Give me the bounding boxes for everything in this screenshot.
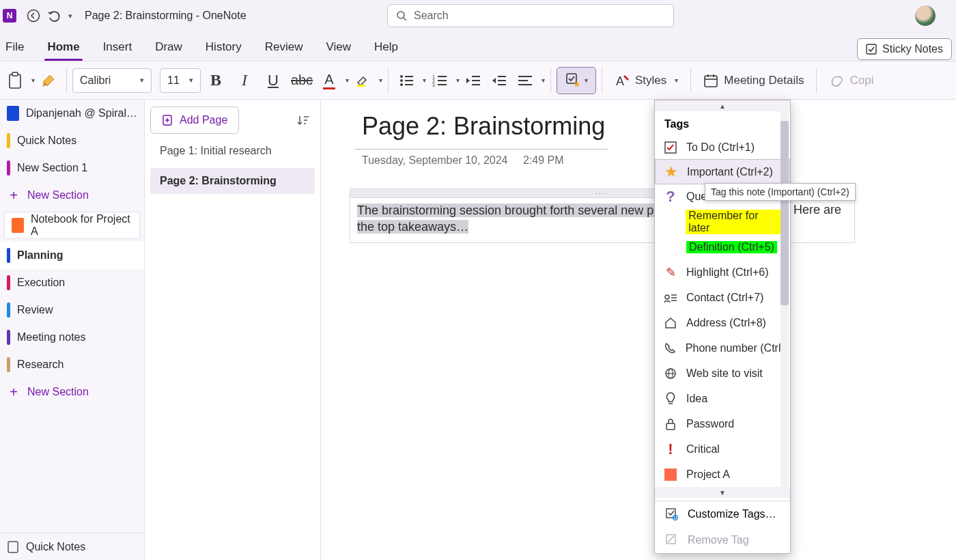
onenote-app-icon: N	[3, 9, 16, 23]
svg-text:A: A	[616, 74, 624, 88]
section-review[interactable]: Review	[0, 296, 144, 324]
sticky-notes-button[interactable]: Sticky Notes	[857, 38, 952, 60]
underline-button[interactable]: U	[259, 67, 287, 94]
add-page-button[interactable]: Add Page	[150, 107, 239, 134]
copilot-button[interactable]: Copi	[822, 67, 880, 94]
tags-gallery-button[interactable]: ▾	[557, 67, 596, 94]
menu-review[interactable]: Review	[262, 35, 306, 61]
font-color-dropdown[interactable]: ▾	[346, 76, 349, 84]
font-size-box[interactable]: 11▾	[160, 68, 201, 93]
tag-label: Contact (Ctrl+7)	[686, 292, 763, 304]
svg-point-7	[400, 75, 403, 78]
account-row[interactable]: Dipanjenah @ Spiral…	[0, 100, 144, 127]
search-box[interactable]: Search	[387, 4, 674, 27]
section-research[interactable]: Research	[0, 351, 144, 378]
page-title[interactable]: Page 2: Brainstorming	[362, 112, 605, 141]
sort-pages-button[interactable]	[292, 107, 315, 134]
customize-tags[interactable]: Customize Tags…	[655, 501, 790, 527]
page-item-initial-research[interactable]: Page 1: Initial research	[150, 138, 315, 164]
section-quick-notes[interactable]: Quick Notes	[0, 127, 144, 154]
tag-definition[interactable]: Definition (Ctrl+5)	[655, 234, 790, 260]
menu-draw[interactable]: Draw	[152, 35, 185, 61]
paste-dropdown[interactable]: ▾	[31, 76, 35, 84]
add-new-section-top[interactable]: +New Section	[0, 182, 144, 209]
svg-rect-34	[8, 542, 18, 552]
tag-contact[interactable]: Contact (Ctrl+7)	[655, 285, 790, 310]
menu-insert[interactable]: Insert	[100, 35, 135, 61]
numbering-button[interactable]: 123	[427, 67, 452, 94]
tag-remember[interactable]: Remember for later	[655, 209, 790, 234]
globe-icon	[663, 367, 678, 380]
styles-button[interactable]: A Styles▾	[608, 67, 685, 94]
align-dropdown[interactable]: ▾	[542, 76, 545, 84]
svg-rect-22	[498, 76, 506, 77]
tag-highlight[interactable]: ✎ Highlight (Ctrl+6)	[655, 260, 790, 285]
tag-label: Definition (Ctrl+5)	[686, 241, 777, 253]
numbering-dropdown[interactable]: ▾	[456, 76, 460, 84]
svg-rect-12	[405, 84, 413, 85]
svg-point-11	[400, 83, 403, 86]
tag-important[interactable]: ★ Important (Ctrl+2)	[655, 159, 790, 184]
paste-button[interactable]	[3, 67, 27, 94]
menu-file[interactable]: File	[3, 35, 27, 61]
add-new-section-bottom[interactable]: +New Section	[0, 378, 144, 406]
tag-todo[interactable]: To Do (Ctrl+1)	[655, 135, 790, 160]
sort-icon	[297, 114, 309, 126]
align-icon	[518, 74, 533, 87]
undo-button[interactable]	[44, 5, 64, 26]
font-family-value: Calibri	[80, 74, 111, 87]
tag-project-a[interactable]: Project A	[655, 462, 790, 487]
tag-label: Remember for later	[686, 210, 782, 234]
menu-home[interactable]: Home	[44, 35, 82, 61]
svg-rect-6	[357, 85, 365, 87]
user-avatar[interactable]	[915, 5, 936, 26]
bullets-dropdown[interactable]: ▾	[423, 76, 426, 84]
scrollbar-thumb[interactable]	[781, 121, 789, 305]
menu-history[interactable]: History	[203, 35, 244, 61]
indent-button[interactable]	[487, 67, 511, 94]
page-icon	[7, 540, 19, 554]
section-planning[interactable]: Planning	[0, 242, 144, 269]
scroll-down-arrow[interactable]: ▼	[655, 487, 790, 498]
qat-customize-caret[interactable]: ▾	[68, 12, 72, 20]
tag-label: Phone number (Ctrl+	[686, 342, 782, 354]
section-meeting-notes[interactable]: Meeting notes	[0, 324, 144, 351]
sticky-notes-label: Sticky Notes	[882, 43, 943, 55]
meeting-details-button[interactable]: Meeting Details	[697, 67, 811, 94]
tag-address[interactable]: Address (Ctrl+8)	[655, 310, 790, 335]
format-painter-button[interactable]	[36, 67, 61, 94]
strikethrough-button[interactable]: abc	[288, 67, 315, 94]
menu-help[interactable]: Help	[371, 35, 401, 61]
copilot-label: Copi	[849, 74, 873, 87]
bold-button[interactable]: B	[202, 67, 229, 94]
tag-critical[interactable]: ! Critical	[655, 436, 790, 462]
page-date: Tuesday, September 10, 2024	[362, 154, 507, 167]
section-new-section-1[interactable]: New Section 1	[0, 154, 144, 182]
menu-view[interactable]: View	[324, 35, 354, 61]
align-button[interactable]	[513, 67, 537, 94]
font-color-icon: A	[323, 72, 335, 89]
bullets-button[interactable]	[394, 67, 419, 94]
font-family-box[interactable]: Calibri▾	[72, 68, 152, 93]
quick-notes-bottom[interactable]: Quick Notes	[0, 533, 144, 560]
search-icon	[396, 10, 407, 21]
svg-rect-8	[405, 76, 413, 77]
ribbon-home: ▾ Calibri▾ 11▾ B I U abc A ▾ ▾ ▾ 123 ▾ ▾…	[0, 61, 956, 100]
page-canvas[interactable]: Page 2: Brainstorming Tuesday, September…	[321, 100, 956, 560]
exclamation-icon: !	[663, 440, 678, 458]
styles-icon: A	[615, 73, 630, 88]
page-item-brainstorming[interactable]: Page 2: Brainstorming	[150, 168, 315, 194]
tag-website[interactable]: Web site to visit	[655, 361, 790, 386]
tag-phone[interactable]: Phone number (Ctrl+	[655, 335, 790, 361]
notebook-project-a[interactable]: Notebook for Project A	[4, 212, 140, 239]
highlight-dropdown[interactable]: ▾	[379, 76, 382, 84]
highlight-button[interactable]	[350, 67, 375, 94]
back-button[interactable]	[23, 5, 44, 26]
section-execution[interactable]: Execution	[0, 269, 144, 296]
font-color-button[interactable]: A	[317, 67, 341, 94]
outdent-button[interactable]	[461, 67, 486, 94]
scroll-up-arrow[interactable]: ▲	[655, 100, 790, 111]
tag-password[interactable]: Password	[655, 411, 790, 436]
tag-idea[interactable]: Idea	[655, 386, 790, 411]
italic-button[interactable]: I	[231, 67, 258, 94]
